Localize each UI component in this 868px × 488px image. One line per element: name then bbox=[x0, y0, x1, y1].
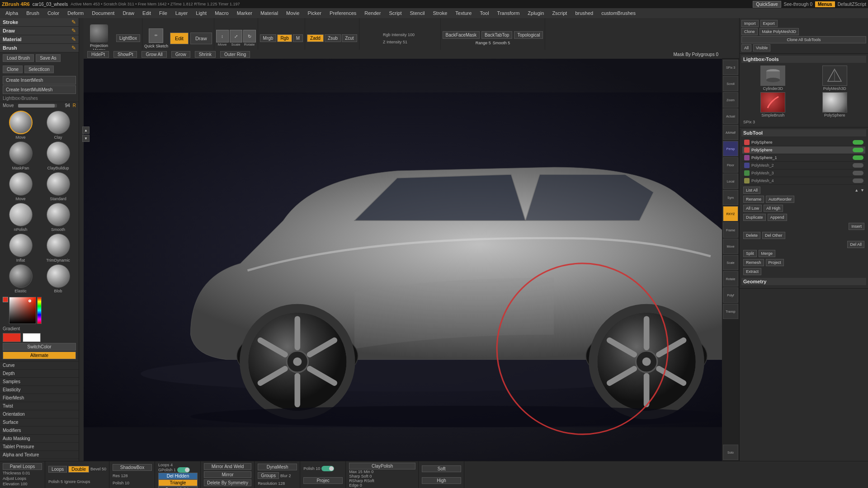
subtool-toggle-2[interactable] bbox=[853, 148, 863, 152]
del-other-button[interactable]: Del Other bbox=[762, 232, 785, 239]
color-gradient-picker[interactable] bbox=[9, 297, 36, 324]
menu-color[interactable]: Color bbox=[44, 9, 63, 17]
menus-button[interactable]: Menus bbox=[815, 1, 835, 7]
brush-move2[interactable]: Move bbox=[3, 172, 38, 201]
subtool-toggle-3[interactable] bbox=[853, 155, 863, 160]
import-button[interactable]: Import bbox=[741, 20, 759, 27]
del-hidden-button[interactable]: Del Hidden bbox=[158, 473, 198, 479]
draw-edit-icon[interactable]: ✎ bbox=[71, 28, 76, 34]
all-button[interactable]: All bbox=[741, 44, 751, 52]
menu-brushed[interactable]: brushed bbox=[571, 9, 597, 17]
zadd-button[interactable]: Zadd bbox=[307, 34, 324, 42]
polish10-toggle[interactable] bbox=[321, 466, 334, 471]
create-insert-mesh-button[interactable]: Create InsertMesh bbox=[3, 76, 76, 84]
menu-draw[interactable]: Draw bbox=[119, 9, 138, 17]
subtool-toggle-5[interactable] bbox=[853, 171, 863, 175]
subtool-polysphere-2[interactable]: PolySphere bbox=[742, 146, 865, 154]
quick-sketch-icon[interactable]: ✏ bbox=[149, 28, 163, 43]
remesh-button[interactable]: Remesh bbox=[743, 259, 764, 266]
clone-button[interactable]: Clone bbox=[3, 66, 23, 73]
double-button[interactable]: Double bbox=[68, 466, 89, 473]
tool-cylinder3d[interactable]: Cylinder3D bbox=[743, 66, 803, 91]
visible-button[interactable]: Visible bbox=[753, 44, 770, 52]
zoom-icon[interactable]: Zoom bbox=[723, 92, 738, 108]
mirror-button[interactable]: Mirror bbox=[204, 471, 251, 478]
zcut-button[interactable]: Zcut bbox=[342, 34, 357, 42]
menu-transform[interactable]: Transform bbox=[494, 9, 524, 17]
spix-icon[interactable]: SPix 3 bbox=[723, 60, 738, 75]
groups-button[interactable]: Groups bbox=[258, 472, 279, 479]
aahalf-icon[interactable]: AAHalf bbox=[723, 125, 738, 140]
delete-by-symmetry-button[interactable]: Delete By Symmetry bbox=[204, 479, 251, 486]
depth-toggle[interactable]: Depth bbox=[0, 369, 79, 377]
mrgb-button[interactable]: Mrgb bbox=[260, 34, 277, 42]
zsub-button[interactable]: Zsub bbox=[325, 34, 341, 42]
menu-zscript[interactable]: Zscript bbox=[548, 9, 571, 17]
quicksave-button[interactable]: QuickSave bbox=[753, 1, 781, 8]
grow-all-button[interactable]: Grow All bbox=[142, 51, 166, 58]
move-slider-track[interactable] bbox=[18, 104, 57, 108]
menu-file[interactable]: File bbox=[156, 9, 171, 17]
menu-stroke[interactable]: Stroke bbox=[429, 9, 451, 17]
floor-icon[interactable]: Floor bbox=[723, 157, 738, 173]
color-picker-area[interactable] bbox=[3, 297, 76, 324]
alpha-texture-toggle[interactable]: Alpha and Texture bbox=[0, 450, 79, 459]
fibermesh-toggle[interactable]: FiberMesh bbox=[0, 394, 79, 402]
elasticity-toggle[interactable]: Elasticity bbox=[0, 385, 79, 394]
menu-tool[interactable]: Tool bbox=[476, 9, 492, 17]
alternate-button[interactable]: Alternate bbox=[3, 352, 76, 359]
scale-z-icon[interactable]: Scale bbox=[723, 255, 738, 270]
move-icon[interactable]: ↕ bbox=[216, 30, 229, 42]
duplicate-button[interactable]: Duplicate bbox=[743, 214, 766, 221]
rotate-z-icon[interactable]: Rotate bbox=[723, 271, 738, 286]
append-button[interactable]: Append bbox=[768, 214, 787, 221]
orientation-toggle[interactable]: Orientation bbox=[0, 410, 79, 418]
triangle-button[interactable]: Triangle bbox=[158, 479, 198, 486]
clone-all-button[interactable]: Clone All SubTools bbox=[741, 36, 866, 43]
panel-loops-button[interactable]: Panel Loops bbox=[3, 463, 42, 470]
shrink-button[interactable]: Shrink bbox=[195, 51, 216, 58]
menu-layer[interactable]: Layer bbox=[172, 9, 192, 17]
brush-clay[interactable]: Clay bbox=[40, 111, 76, 140]
loops-button[interactable]: Loops bbox=[48, 466, 67, 473]
tool-polymesh3d[interactable]: PolyMesh3D bbox=[805, 66, 865, 91]
transp-icon[interactable]: Transp bbox=[723, 304, 738, 319]
load-brush-button[interactable]: Load Brush bbox=[3, 54, 34, 62]
menu-zplugin[interactable]: Zplugin bbox=[524, 9, 547, 17]
tool-polysphere[interactable]: PolySphere bbox=[805, 92, 865, 117]
menu-edit[interactable]: Edit bbox=[139, 9, 155, 17]
rotate-icon[interactable]: ↻ bbox=[243, 30, 256, 42]
samples-toggle[interactable]: Samples bbox=[0, 377, 79, 385]
brush-edit-icon[interactable]: ✎ bbox=[71, 45, 76, 51]
mirror-and-weld-button[interactable]: Mirror And Weld bbox=[204, 463, 251, 470]
menu-preferences[interactable]: Preferences bbox=[326, 9, 360, 17]
menu-alpha[interactable]: Alpha bbox=[2, 9, 22, 17]
scroll-icon[interactable]: Scroll bbox=[723, 76, 738, 91]
save-as-button[interactable]: Save As bbox=[36, 54, 61, 62]
all-low-button[interactable]: All Low bbox=[743, 205, 762, 212]
frame-icon[interactable]: Frame bbox=[723, 222, 738, 238]
create-insert-multi-mesh-button[interactable]: Create InsertMultiMesh bbox=[3, 85, 76, 94]
auto-reorder-button[interactable]: AutoReorder bbox=[766, 196, 794, 203]
brush-trimdynamic[interactable]: TrimDynamic bbox=[40, 234, 76, 263]
scale-icon[interactable]: ⤢ bbox=[230, 30, 242, 42]
show-pt-button[interactable]: ShowPt bbox=[113, 51, 137, 58]
subtool-toggle-1[interactable] bbox=[853, 140, 863, 145]
subtool-polysphere-1[interactable]: PolySphere bbox=[742, 139, 865, 146]
hide-pt-button[interactable]: HidePt bbox=[87, 51, 109, 58]
brush-inflat[interactable]: Inflat bbox=[3, 234, 38, 263]
menu-custom-brushes[interactable]: customBrushes bbox=[598, 9, 639, 17]
stroke-edit-icon[interactable]: ✎ bbox=[71, 19, 76, 25]
claypolish-button[interactable]: ClayPolish bbox=[349, 463, 415, 469]
polyf-icon[interactable]: Polyf bbox=[723, 287, 738, 303]
lightbox-button[interactable]: LightBox bbox=[116, 34, 140, 42]
brush-move[interactable]: Move bbox=[3, 111, 38, 140]
export-button[interactable]: Export bbox=[760, 20, 778, 27]
hue-slider[interactable] bbox=[37, 297, 42, 324]
projec-button[interactable]: Projec bbox=[303, 477, 343, 484]
subtool-polymesh-3[interactable]: PolyMesh_3 bbox=[742, 169, 865, 177]
all-high-button[interactable]: All High bbox=[764, 205, 783, 212]
menu-texture[interactable]: Texture bbox=[452, 9, 475, 17]
nav-down-icon[interactable]: ▼ bbox=[82, 135, 90, 142]
modifiers-toggle[interactable]: Modifiers bbox=[0, 426, 79, 434]
